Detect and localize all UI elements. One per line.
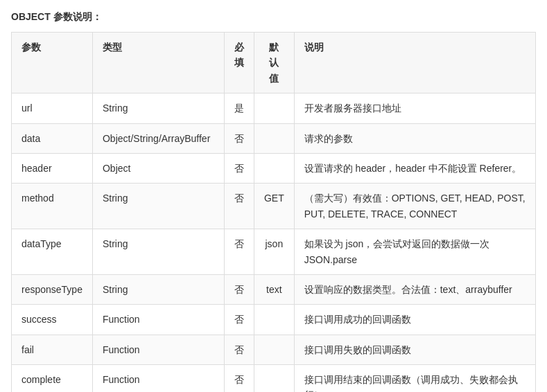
table-row: urlString是开发者服务器接口地址 xyxy=(12,93,536,123)
cell-required: 否 xyxy=(224,184,254,229)
cell-type: Function xyxy=(92,365,224,392)
cell-required: 否 xyxy=(224,123,254,153)
cell-type: Object/String/ArrayBuffer xyxy=(92,123,224,153)
cell-param: complete xyxy=(12,365,93,392)
cell-type: Object xyxy=(92,153,224,183)
cell-param: data xyxy=(12,123,93,153)
header-param: 参数 xyxy=(12,33,93,93)
header-desc: 说明 xyxy=(294,33,535,93)
table-header-row: 参数 类型 必填 默认值 说明 xyxy=(12,33,536,93)
table-row: dataTypeString否json如果设为 json，会尝试对返回的数据做一… xyxy=(12,229,536,275)
page-title: OBJECT 参数说明： xyxy=(11,11,536,24)
cell-default xyxy=(254,305,294,335)
cell-default: text xyxy=(254,274,294,304)
cell-desc: （需大写）有效值：OPTIONS, GET, HEAD, POST, PUT, … xyxy=(294,184,535,229)
cell-type: String xyxy=(92,93,224,123)
cell-desc: 如果设为 json，会尝试对返回的数据做一次 JSON.parse xyxy=(294,229,535,275)
cell-desc: 开发者服务器接口地址 xyxy=(294,93,535,123)
cell-required: 否 xyxy=(224,365,254,392)
cell-default: GET xyxy=(254,184,294,229)
cell-desc: 设置请求的 header，header 中不能设置 Referer。 xyxy=(294,153,535,183)
cell-default xyxy=(254,123,294,153)
cell-required: 否 xyxy=(224,335,254,364)
cell-param: url xyxy=(12,93,93,123)
cell-required: 否 xyxy=(224,305,254,335)
cell-required: 否 xyxy=(224,274,254,304)
table-row: responseTypeString否text设置响应的数据类型。合法值：tex… xyxy=(12,274,536,304)
cell-param: success xyxy=(12,305,93,335)
cell-type: String xyxy=(92,184,224,229)
cell-desc: 请求的参数 xyxy=(294,123,535,153)
table-row: successFunction否接口调用成功的回调函数 xyxy=(12,305,536,335)
cell-param: fail xyxy=(12,335,93,364)
header-required: 必填 xyxy=(224,33,254,93)
cell-desc: 设置响应的数据类型。合法值：text、arraybuffer xyxy=(294,274,535,304)
cell-default xyxy=(254,335,294,364)
cell-desc: 接口调用结束的回调函数（调用成功、失败都会执行） xyxy=(294,365,535,392)
cell-required: 否 xyxy=(224,153,254,183)
cell-desc: 接口调用成功的回调函数 xyxy=(294,305,535,335)
cell-default xyxy=(254,153,294,183)
table-row: methodString否GET（需大写）有效值：OPTIONS, GET, H… xyxy=(12,184,536,229)
cell-default: json xyxy=(254,229,294,275)
cell-default xyxy=(254,365,294,392)
table-row: dataObject/String/ArrayBuffer否请求的参数 xyxy=(12,123,536,153)
cell-param: responseType xyxy=(12,274,93,304)
cell-type: String xyxy=(92,229,224,275)
cell-desc: 接口调用失败的回调函数 xyxy=(294,335,535,364)
cell-required: 否 xyxy=(224,229,254,275)
table-row: completeFunction否接口调用结束的回调函数（调用成功、失败都会执行… xyxy=(12,365,536,392)
cell-type: Function xyxy=(92,305,224,335)
cell-param: method xyxy=(12,184,93,229)
params-table: 参数 类型 必填 默认值 说明 urlString是开发者服务器接口地址data… xyxy=(11,32,536,392)
cell-type: Function xyxy=(92,335,224,364)
header-type: 类型 xyxy=(92,33,224,93)
table-row: headerObject否设置请求的 header，header 中不能设置 R… xyxy=(12,153,536,183)
cell-type: String xyxy=(92,274,224,304)
table-row: failFunction否接口调用失败的回调函数 xyxy=(12,335,536,364)
cell-param: dataType xyxy=(12,229,93,275)
cell-default xyxy=(254,93,294,123)
cell-param: header xyxy=(12,153,93,183)
cell-required: 是 xyxy=(224,93,254,123)
header-default: 默认值 xyxy=(254,33,294,93)
